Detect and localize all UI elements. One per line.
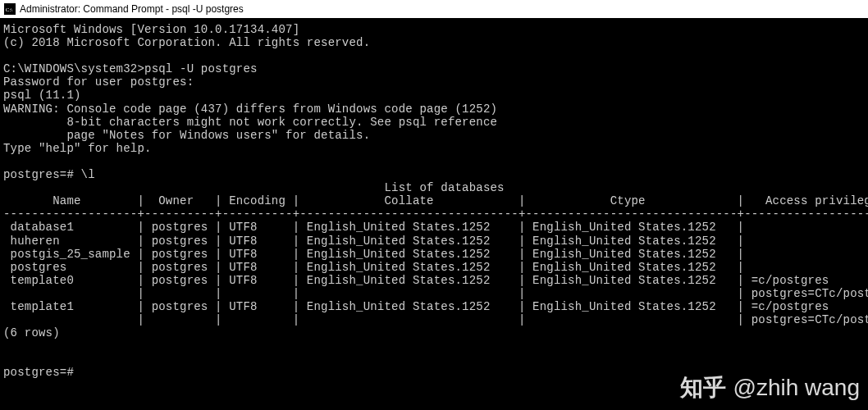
window-title: Administrator: Command Prompt - psql -U … bbox=[20, 3, 244, 15]
terminal-line: C:\WINDOWS\system32>psql -U postgres bbox=[3, 62, 258, 75]
terminal-line: page "Notes for Windows users" for detai… bbox=[3, 129, 370, 142]
terminal-line: List of databases bbox=[3, 181, 505, 194]
terminal-line: 8-bit characters might not work correctl… bbox=[3, 116, 497, 129]
table-row: postgres | postgres | UTF8 | English_Uni… bbox=[3, 261, 744, 274]
window-titlebar[interactable]: C:\ Administrator: Command Prompt - psql… bbox=[0, 0, 868, 18]
table-header: Name | Owner | Encoding | Collate | Ctyp… bbox=[3, 194, 868, 207]
table-row: template1 | postgres | UTF8 | English_Un… bbox=[3, 300, 868, 313]
table-separator: -------------------+----------+---------… bbox=[3, 207, 868, 221]
psql-prompt: postgres=# bbox=[3, 366, 74, 379]
watermark-handle: @zhih wang bbox=[733, 375, 860, 401]
terminal-line: postgres=# \l bbox=[3, 168, 95, 181]
watermark: 知乎 @zhih wang bbox=[680, 372, 860, 403]
terminal-line: (c) 2018 Microsoft Corporation. All righ… bbox=[3, 36, 370, 49]
table-row: | | | | | postgres=CTc/postgres bbox=[3, 313, 868, 326]
terminal-line: Microsoft Windows [Version 10.0.17134.40… bbox=[3, 23, 299, 36]
terminal-line: psql (11.1) bbox=[3, 89, 81, 102]
table-row: template0 | postgres | UTF8 | English_Un… bbox=[3, 274, 868, 287]
watermark-logo: 知乎 bbox=[680, 372, 726, 403]
svg-text:C:\: C:\ bbox=[6, 7, 13, 13]
table-row: database1 | postgres | UTF8 | English_Un… bbox=[3, 221, 744, 234]
cmd-icon: C:\ bbox=[3, 2, 16, 16]
terminal-line: Type "help" for help. bbox=[3, 142, 152, 155]
row-count: (6 rows) bbox=[3, 326, 60, 339]
table-row: postgis_25_sample | postgres | UTF8 | En… bbox=[3, 248, 744, 261]
table-row: | | | | | postgres=CTc/postgres bbox=[3, 287, 868, 300]
terminal-output[interactable]: Microsoft Windows [Version 10.0.17134.40… bbox=[0, 18, 868, 385]
terminal-line: Password for user postgres: bbox=[3, 75, 194, 89]
terminal-line: WARNING: Console code page (437) differs… bbox=[3, 102, 497, 116]
table-row: huheren | postgres | UTF8 | English_Unit… bbox=[3, 235, 744, 248]
